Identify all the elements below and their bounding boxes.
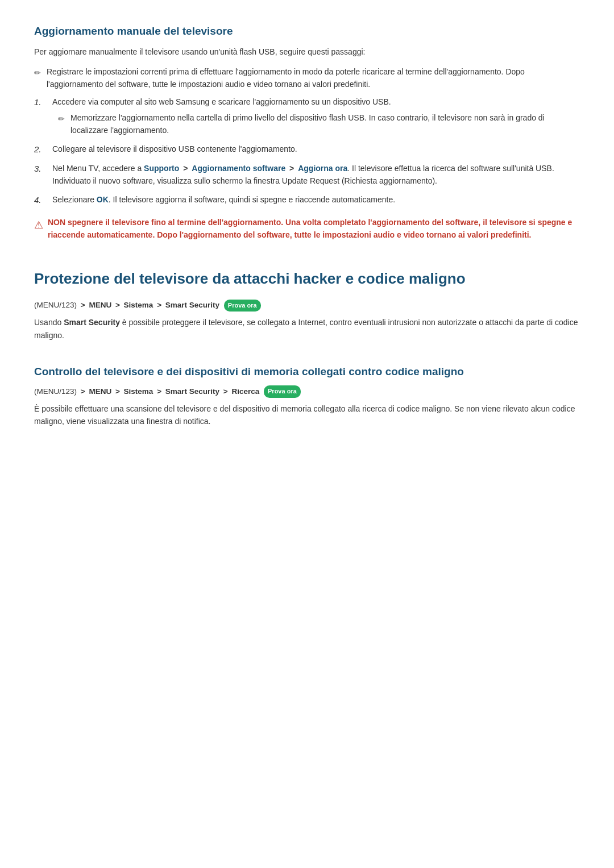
menu-kw-ricerca: Ricerca <box>231 387 259 396</box>
step-1-text: Accedere via computer al sito web Samsun… <box>52 97 391 106</box>
controllo-menu-path: (MENU/123) > MENU > Sistema > Smart Secu… <box>34 385 580 398</box>
manual-update-title: Aggiornamento manuale del televisore <box>34 23 580 40</box>
link-aggiorna-ora: Aggiorna ora <box>298 164 347 173</box>
step-3-text: Nel Menu TV, accedere a Supporto > Aggio… <box>52 164 554 185</box>
warning-block: ⚠ NON spegnere il televisore fino al ter… <box>34 216 580 242</box>
warning-triangle-icon: ⚠ <box>34 217 43 234</box>
controllo-title: Controllo del televisore e dei dispositi… <box>34 364 580 380</box>
pencil-icon-2: ✏ <box>58 113 65 125</box>
bullet-list: ✏ Registrare le impostazioni correnti pr… <box>34 65 580 91</box>
manual-update-intro: Per aggiornare manualmente il televisore… <box>34 45 580 58</box>
arrow-m2: > <box>115 301 122 309</box>
arrow-c1: > <box>81 387 88 396</box>
step-1-sub-text: Memorizzare l'aggiornamento nella cartel… <box>70 111 580 137</box>
section-protezione: Protezione del televisore da attacchi ha… <box>34 269 580 342</box>
link-aggiornamento-software: Aggiornamento software <box>192 164 285 173</box>
link-supporto: Supporto <box>144 164 179 173</box>
section-manual-update: Aggiornamento manuale del televisore Per… <box>34 23 580 241</box>
protezione-body: Usando Smart Security è possibile proteg… <box>34 316 580 342</box>
controllo-body: È possibile effettuare una scansione del… <box>34 402 580 428</box>
menu-kw-sistema: Sistema <box>124 301 154 309</box>
prova-ora-badge-1[interactable]: Prova ora <box>224 300 261 312</box>
pencil-icon-1: ✏ <box>34 67 41 79</box>
bullet-text-1: Registrare le impostazioni correnti prim… <box>47 65 580 91</box>
arrow-c4: > <box>223 387 230 396</box>
step-num-3: 3. <box>34 162 48 176</box>
step-1-content: Accedere via computer al sito web Samsun… <box>52 95 580 137</box>
step-num-1: 1. <box>34 95 48 109</box>
menu-kw-smart-security-2: Smart Security <box>165 387 219 396</box>
step-4-text: Selezionare OK. Il televisore aggiorna i… <box>52 195 395 204</box>
prova-ora-badge-2[interactable]: Prova ora <box>264 385 301 398</box>
step-4-content: Selezionare OK. Il televisore aggiorna i… <box>52 193 580 206</box>
step-3: 3. Nel Menu TV, accedere a Supporto > Ag… <box>34 162 580 188</box>
section-controllo: Controllo del televisore e dei dispositi… <box>34 364 580 428</box>
bullet-item-1: ✏ Registrare le impostazioni correnti pr… <box>34 65 580 91</box>
menu-kw-smart-security: Smart Security <box>165 301 219 309</box>
arrow-c2: > <box>115 387 122 396</box>
numbered-steps-list: 1. Accedere via computer al sito web Sam… <box>34 95 580 207</box>
step-2-content: Collegare al televisore il dispositivo U… <box>52 143 580 155</box>
warning-text: NON spegnere il televisore fino al termi… <box>48 216 580 242</box>
link-ok: OK <box>97 195 109 204</box>
protezione-menu-path: (MENU/123) > MENU > Sistema > Smart Secu… <box>34 299 580 312</box>
menu-kw-sistema-2: Sistema <box>124 387 154 396</box>
step-2-text: Collegare al televisore il dispositivo U… <box>52 144 297 153</box>
step-4: 4. Selezionare OK. Il televisore aggiorn… <box>34 193 580 207</box>
step-num-2: 2. <box>34 143 48 156</box>
arrow-1: > <box>181 164 190 173</box>
step-1: 1. Accedere via computer al sito web Sam… <box>34 95 580 137</box>
menu-kw-menu: MENU <box>89 301 111 309</box>
menu-paren-1: (MENU/123) <box>34 301 77 309</box>
step-2: 2. Collegare al televisore il dispositiv… <box>34 143 580 156</box>
arrow-m3: > <box>157 301 164 309</box>
step-3-content: Nel Menu TV, accedere a Supporto > Aggio… <box>52 162 580 188</box>
smart-security-bold: Smart Security <box>64 318 120 327</box>
protezione-title: Protezione del televisore da attacchi ha… <box>34 269 580 289</box>
arrow-m1: > <box>81 301 88 309</box>
arrow-c3: > <box>157 387 164 396</box>
menu-paren-2: (MENU/123) <box>34 387 77 396</box>
step-num-4: 4. <box>34 193 48 207</box>
arrow-2: > <box>287 164 296 173</box>
step-1-sub: ✏ Memorizzare l'aggiornamento nella cart… <box>58 111 580 137</box>
menu-kw-menu-2: MENU <box>89 387 111 396</box>
